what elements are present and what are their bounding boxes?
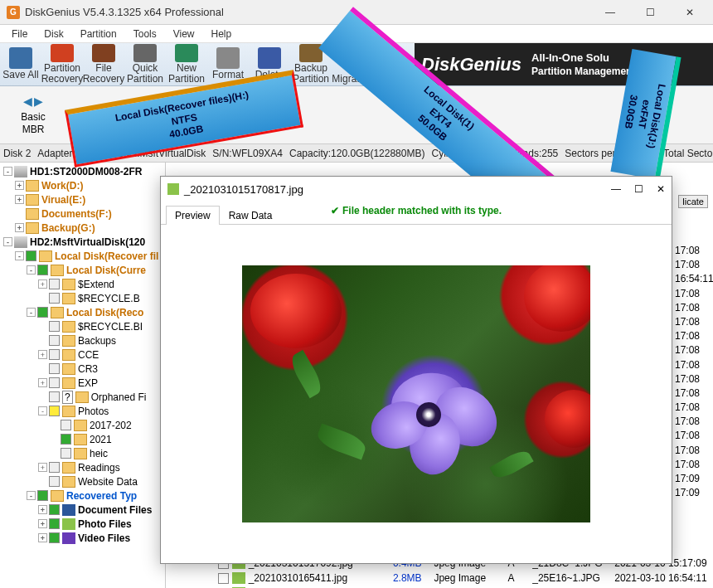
tree-item[interactable]: +Photo Files — [0, 517, 165, 531]
checkbox[interactable] — [49, 391, 60, 402]
menu-file[interactable]: File — [3, 27, 36, 41]
checkbox[interactable] — [49, 335, 60, 346]
checkbox[interactable] — [49, 321, 60, 332]
tree-item[interactable]: +$Extend — [0, 277, 165, 291]
tree-item[interactable]: +Work(D:) — [0, 178, 165, 192]
checkbox[interactable] — [61, 448, 71, 459]
tree-item[interactable]: -Local Disk(Recover fil — [0, 249, 165, 263]
tree-item[interactable]: $RECYCLE.B — [0, 291, 165, 305]
tree-item[interactable]: ?Orphaned Fi — [0, 390, 165, 404]
checkbox[interactable] — [49, 504, 60, 515]
tree-item[interactable]: +CCE — [0, 347, 165, 362]
checkbox[interactable] — [49, 406, 60, 416]
toolbar-btn-partition-recovery[interactable]: PartitionRecovery — [41, 44, 83, 85]
expand-icon[interactable]: + — [38, 519, 47, 528]
expand-icon[interactable]: - — [3, 237, 12, 246]
tree-label: Recovered Typ — [66, 490, 137, 502]
expand-icon[interactable]: + — [38, 350, 47, 359]
tree-item[interactable]: 2017-202 — [0, 418, 165, 432]
preview-maximize-button[interactable]: ☐ — [634, 183, 643, 195]
file-type: Jpeg Image — [434, 572, 507, 584]
expand-icon[interactable]: + — [38, 378, 47, 387]
checkbox[interactable] — [37, 265, 48, 275]
checkbox[interactable] — [26, 250, 36, 261]
tree-item[interactable]: Backups — [0, 333, 165, 347]
maximize-button[interactable]: ☐ — [633, 1, 667, 24]
expand-icon[interactable]: + — [15, 195, 24, 204]
tree-icon — [62, 462, 75, 474]
time-cell: 17:08 — [675, 288, 708, 302]
checkbox[interactable] — [49, 293, 60, 304]
expand-icon[interactable]: - — [3, 167, 12, 176]
tree-label: Photo Files — [78, 518, 132, 530]
expand-icon[interactable]: + — [38, 505, 47, 514]
close-button[interactable]: ✕ — [673, 1, 706, 24]
file-row[interactable]: _20210310165411.jpg 2.8MB Jpeg Image A _… — [216, 571, 713, 586]
checkbox[interactable] — [37, 307, 48, 318]
tree-item[interactable]: heic — [0, 446, 165, 460]
tree-item[interactable]: Website Data — [0, 474, 165, 488]
preview-close-button[interactable]: ✕ — [657, 183, 665, 195]
expand-icon[interactable]: + — [38, 533, 47, 542]
tree-icon — [62, 321, 75, 333]
expand-icon[interactable]: + — [38, 463, 47, 472]
file-attr: A — [508, 572, 533, 584]
tree-item[interactable]: -HD1:ST2000DM008-2FR — [0, 164, 165, 178]
toolbar-btn-new-partition[interactable]: NewPartition — [166, 44, 207, 85]
tree-label: 2017-202 — [90, 420, 132, 431]
menu-partition[interactable]: Partition — [72, 27, 125, 41]
disk-prev-icon[interactable]: ◀ — [23, 95, 32, 108]
toolbar-btn-save-all[interactable]: Save All — [0, 44, 41, 85]
checkbox[interactable] — [49, 279, 60, 289]
expand-icon[interactable]: - — [27, 308, 36, 317]
checkbox[interactable] — [49, 462, 60, 473]
tree-icon — [62, 532, 75, 544]
tree-item[interactable]: +Backup(G:) — [0, 221, 165, 235]
tree-item[interactable]: 2021 — [0, 432, 165, 446]
tree-item[interactable]: $RECYCLE.BI — [0, 319, 165, 333]
checkbox[interactable] — [49, 518, 60, 529]
checkbox[interactable] — [49, 476, 60, 487]
expand-icon[interactable]: - — [38, 406, 47, 415]
minimize-button[interactable]: — — [594, 1, 627, 24]
tree-item[interactable]: -Local Disk(Curre — [0, 263, 165, 277]
duplicate-button-fragment[interactable]: licate — [678, 195, 708, 208]
checkbox[interactable] — [49, 349, 60, 360]
checkbox[interactable] — [37, 490, 48, 501]
menu-tools[interactable]: Tools — [125, 27, 165, 41]
file-checkbox[interactable] — [218, 573, 229, 584]
tree-item[interactable]: Documents(F:) — [0, 207, 165, 221]
tree-item[interactable]: CR3 — [0, 362, 165, 376]
menu-help[interactable]: Help — [203, 27, 240, 41]
checkbox[interactable] — [61, 420, 71, 430]
tree-item[interactable]: +Readings — [0, 460, 165, 474]
expand-icon[interactable]: - — [15, 251, 24, 260]
tree-item[interactable]: +Virual(E:) — [0, 192, 165, 207]
checkbox[interactable] — [49, 377, 60, 388]
expand-icon[interactable]: - — [27, 265, 36, 275]
tree-item[interactable]: -Photos — [0, 404, 165, 418]
expand-icon[interactable]: - — [27, 491, 36, 500]
tree-label: Virual(E:) — [41, 194, 85, 206]
checkbox[interactable] — [61, 434, 71, 445]
checkbox[interactable] — [49, 532, 60, 543]
tree-item[interactable]: +Video Files — [0, 531, 165, 545]
tab-raw-data[interactable]: Raw Data — [220, 206, 282, 225]
checkbox[interactable] — [49, 363, 60, 374]
expand-icon[interactable]: + — [15, 223, 24, 232]
tree-item[interactable]: -Local Disk(Reco — [0, 305, 165, 319]
tree-item[interactable]: +EXP — [0, 376, 165, 390]
menu-view[interactable]: View — [165, 27, 203, 41]
disk-next-icon[interactable]: ▶ — [34, 95, 43, 108]
tree-item[interactable]: +Document Files — [0, 503, 165, 517]
expand-icon[interactable]: + — [15, 181, 24, 190]
tab-preview[interactable]: Preview — [166, 206, 220, 225]
toolbar-btn-file-recovery[interactable]: FileRecovery — [83, 44, 124, 85]
expand-icon[interactable]: + — [38, 279, 47, 289]
tree-item[interactable]: -Recovered Typ — [0, 488, 165, 503]
toolbar-btn-quick-partition[interactable]: QuickPartition — [124, 44, 166, 85]
time-cell: 17:08 — [675, 344, 708, 358]
tree-item[interactable]: -HD2:MsftVirtualDisk(120 — [0, 235, 165, 249]
menu-disk[interactable]: Disk — [36, 27, 71, 41]
preview-minimize-button[interactable]: — — [611, 183, 621, 195]
